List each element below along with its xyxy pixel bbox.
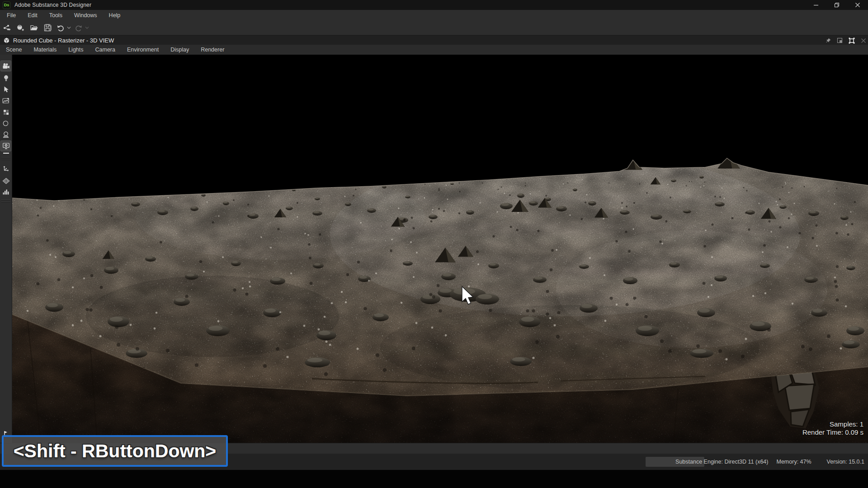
- render-settings-active-marker: [3, 153, 9, 154]
- cube-icon: [3, 37, 10, 44]
- view-menu-scene[interactable]: Scene: [0, 45, 28, 55]
- engine-status: Substance Engine: Direct3D 11 (x64): [675, 459, 768, 465]
- samples-label: Samples: 1: [802, 420, 863, 428]
- restore-button[interactable]: [826, 0, 847, 10]
- undo-icon[interactable]: [55, 22, 66, 34]
- new-package-icon[interactable]: [14, 22, 26, 34]
- select-tool-icon[interactable]: [0, 84, 11, 95]
- pin-icon[interactable]: [825, 38, 831, 44]
- view3d-menu-bar: Scene Materials Lights Camera Environmen…: [0, 45, 868, 55]
- view-menu-renderer[interactable]: Renderer: [195, 45, 230, 55]
- redo-options-chevron-icon[interactable]: [85, 22, 89, 34]
- tool-separator: [1, 159, 10, 160]
- save-icon[interactable]: [42, 22, 53, 34]
- camera-tool-icon[interactable]: [0, 61, 11, 71]
- version-status: Version: 15.0.1: [827, 459, 864, 465]
- material-tool-icon[interactable]: [0, 107, 11, 117]
- memory-status: Memory: 47%: [776, 459, 811, 465]
- view-menu-camera[interactable]: Camera: [90, 45, 121, 55]
- menu-tools[interactable]: Tools: [43, 10, 68, 21]
- render-time-label: Render Time: 0.09 s: [802, 428, 863, 436]
- keystroke-overlay: <Shift - RButtonDown>: [2, 435, 228, 467]
- render-stats: Samples: 1 Render Time: 0.09 s: [802, 420, 863, 436]
- new-graph-icon[interactable]: [1, 22, 13, 34]
- render-settings-icon[interactable]: [0, 141, 11, 151]
- view-menu-environment[interactable]: Environment: [121, 45, 165, 55]
- maximize-icon[interactable]: [848, 37, 855, 44]
- window-title: Adobe Substance 3D Designer: [14, 2, 91, 8]
- dock-icon[interactable]: [837, 38, 843, 43]
- menu-edit[interactable]: Edit: [22, 10, 43, 21]
- app-logo-icon: Ds: [3, 1, 10, 9]
- rendered-scene: [12, 55, 868, 443]
- viewport-3d[interactable]: Samples: 1 Render Time: 0.09 s: [12, 55, 868, 443]
- close-panel-icon[interactable]: [861, 38, 866, 43]
- minimize-button[interactable]: [806, 0, 826, 10]
- display-mode-icon[interactable]: [0, 129, 11, 140]
- redo-icon[interactable]: [73, 22, 84, 34]
- undo-options-chevron-icon[interactable]: [67, 22, 71, 34]
- menu-bar: File Edit Tools Windows Help: [0, 10, 868, 21]
- environment-tool-icon[interactable]: [0, 95, 11, 106]
- status-text-group: Substance Engine: Direct3D 11 (x64) Memo…: [667, 454, 864, 470]
- close-button[interactable]: [847, 0, 868, 10]
- menu-windows[interactable]: Windows: [68, 10, 103, 21]
- light-tool-icon[interactable]: [0, 73, 11, 84]
- tool-separator: [1, 157, 10, 158]
- sphere-view-icon[interactable]: [0, 118, 11, 129]
- histogram-icon[interactable]: [0, 186, 11, 197]
- panel-title: Rounded Cube - Rasterizer - 3D VIEW: [13, 37, 114, 44]
- view-menu-materials[interactable]: Materials: [28, 45, 62, 55]
- tool-separator: [1, 202, 10, 202]
- uv-view-icon[interactable]: [0, 175, 11, 186]
- tool-separator: [1, 200, 10, 201]
- open-file-icon[interactable]: [28, 22, 40, 34]
- transform-gizmo-icon[interactable]: [0, 163, 11, 174]
- view-menu-lights[interactable]: Lights: [62, 45, 89, 55]
- view3d-panel-header[interactable]: Rounded Cube - Rasterizer - 3D VIEW: [0, 35, 868, 45]
- menu-help[interactable]: Help: [103, 10, 127, 21]
- keystroke-text: <Shift - RButtonDown>: [14, 441, 217, 462]
- view-menu-display[interactable]: Display: [165, 45, 195, 55]
- bottom-black-strip: [0, 470, 868, 488]
- menu-file[interactable]: File: [1, 10, 22, 21]
- viewport-tool-column: [0, 55, 12, 443]
- main-toolbar: [0, 21, 868, 35]
- title-bar: Ds Adobe Substance 3D Designer: [0, 0, 868, 10]
